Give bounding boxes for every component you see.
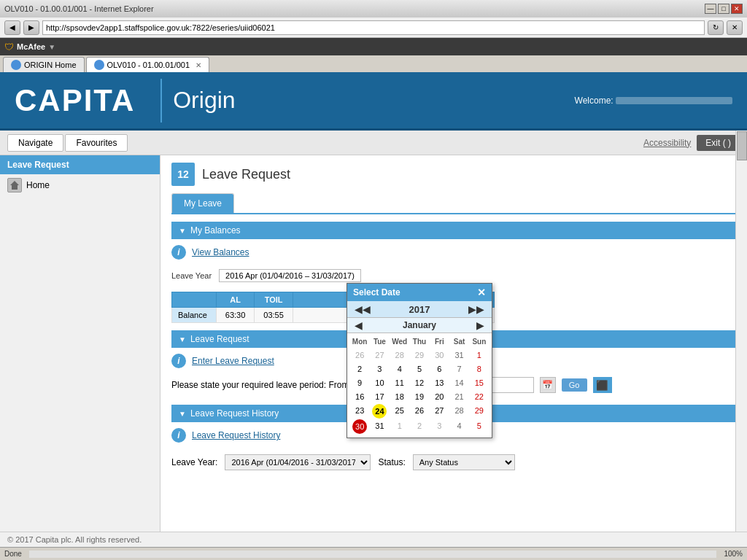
page-title: Leave Request [202,167,290,182]
browser-tab-olv[interactable]: OLV010 - 01.00.01/001 ✕ [86,57,210,72]
welcome-name [616,97,732,104]
mcafee-label: McAfee [17,42,45,51]
day-17[interactable]: 17 [370,390,389,403]
maximize-btn[interactable]: □ [718,4,729,14]
welcome-text: Welcome: [575,96,614,106]
enter-leave-info-icon[interactable]: i [171,354,186,368]
week-3: 9 10 11 12 13 14 15 [350,376,489,389]
scrollbar-thumb[interactable] [737,131,747,160]
day-11[interactable]: 11 [390,376,409,389]
mcafee-bar: 🛡 McAfee ▼ [0,38,747,55]
history-label[interactable]: Leave Request History [192,430,280,440]
prev-year-btn[interactable]: ◀◀ [352,303,374,315]
refresh-btn[interactable]: ↻ [708,20,724,35]
tab-bar: My Leave [171,193,736,214]
accessibility-link[interactable]: Accessibility [643,138,691,148]
logo-capita: CAPITA [15,83,135,117]
stop-btn[interactable]: ✕ [727,20,743,35]
period-label: Please state your required leave period:… [171,380,352,390]
day-8[interactable]: 8 [470,362,489,376]
day-21[interactable]: 21 [449,390,468,403]
day-19[interactable]: 19 [410,390,429,403]
day-27[interactable]: 27 [430,404,449,419]
day-7[interactable]: 7 [449,362,468,376]
day-4-next[interactable]: 4 [449,419,468,434]
navigate-btn[interactable]: Navigate [7,134,63,152]
sidebar-item-home[interactable]: Home [0,174,160,196]
history-info-icon[interactable]: i [171,428,186,443]
day-30-prev[interactable]: 30 [430,349,449,362]
view-balances-label[interactable]: View Balances [192,247,249,257]
origin-tab-icon [11,60,21,70]
balance-al: 63:30 [216,308,255,323]
day-25[interactable]: 25 [390,404,409,419]
day-23[interactable]: 23 [350,404,369,419]
day-29[interactable]: 29 [470,404,489,419]
day-27-prev[interactable]: 27 [370,349,389,362]
day-1-next[interactable]: 1 [390,419,409,434]
header-welcome: Welcome: [575,96,747,106]
next-year-btn[interactable]: ▶▶ [465,303,487,315]
go-btn[interactable]: Go [562,378,587,392]
day-24-today[interactable]: 24 [372,404,387,419]
datepicker-close-btn[interactable]: ✕ [477,287,486,298]
browser-tabs: ORIGIN Home OLV010 - 01.00.01/001 ✕ [0,55,747,72]
minimize-btn[interactable]: — [705,4,716,14]
action-icon-btn[interactable]: ⬛ [593,377,612,393]
day-28[interactable]: 28 [449,404,468,419]
to-calendar-btn[interactable]: 📅 [540,377,556,393]
mcafee-dropdown[interactable]: ▼ [48,43,55,51]
day-10[interactable]: 10 [370,376,389,389]
day-2[interactable]: 2 [350,362,369,376]
day-6[interactable]: 6 [430,362,449,376]
day-5[interactable]: 5 [410,362,429,376]
day-3-next[interactable]: 3 [430,419,449,434]
day-26-prev[interactable]: 26 [350,349,369,362]
browser-statusbar: Done 100% [0,547,747,560]
enter-leave-label[interactable]: Enter Leave Request [192,356,274,366]
day-30-selected[interactable]: 30 [352,419,367,434]
address-bar: ◀ ▶ ↻ ✕ [0,18,747,38]
header-logo: CAPITA [0,76,150,125]
day-20[interactable]: 20 [430,390,449,403]
forward-btn[interactable]: ▶ [23,20,39,35]
day-1[interactable]: 1 [470,349,489,362]
day-15[interactable]: 15 [470,376,489,389]
statusbar-scrollbar[interactable] [29,551,717,558]
day-9[interactable]: 9 [350,376,369,389]
day-5-next[interactable]: 5 [470,419,489,434]
day-16[interactable]: 16 [350,390,369,403]
next-month-btn[interactable]: ▶ [473,319,487,331]
url-input[interactable] [42,20,705,35]
main-content: Leave Request Home 12 Leave Request My L… [0,155,747,560]
day-3[interactable]: 3 [370,362,389,376]
day-2-next[interactable]: 2 [410,419,429,434]
olv-tab-close[interactable]: ✕ [196,61,201,69]
day-4[interactable]: 4 [390,362,409,376]
day-31-prev[interactable]: 31 [449,349,468,362]
exit-btn[interactable]: Exit ( ) [697,135,740,151]
home-icon [7,178,22,192]
history-status-select[interactable]: Any Status Approved Pending Rejected [413,454,515,470]
back-btn[interactable]: ◀ [4,20,20,35]
right-scrollbar[interactable] [735,131,747,560]
day-12[interactable]: 12 [410,376,429,389]
history-leave-year-select[interactable]: 2016 Apr (01/04/2016 - 31/03/2017) [225,454,371,470]
my-leave-tab[interactable]: My Leave [171,193,234,213]
day-22[interactable]: 22 [470,390,489,403]
close-btn[interactable]: ✕ [731,4,743,14]
day-28-prev[interactable]: 28 [390,349,409,362]
day-14[interactable]: 14 [449,376,468,389]
day-31[interactable]: 31 [370,419,389,434]
day-13[interactable]: 13 [430,376,449,389]
day-29-prev[interactable]: 29 [410,349,429,362]
browser-tab-origin[interactable]: ORIGIN Home [3,57,85,72]
title-bar-controls: — □ ✕ [705,4,743,14]
day-26[interactable]: 26 [410,404,429,419]
view-balances-info-icon[interactable]: i [171,245,186,260]
day-18[interactable]: 18 [390,390,409,403]
prev-month-btn[interactable]: ◀ [352,319,365,331]
day-header-tue: Tue [370,336,389,347]
favourites-btn[interactable]: Favourites [65,134,128,152]
status-text: Done [4,550,22,558]
